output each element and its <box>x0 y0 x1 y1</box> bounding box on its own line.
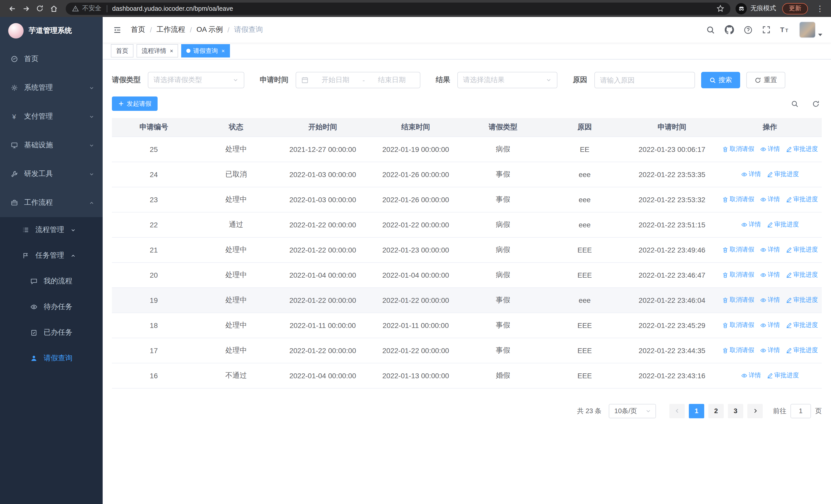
screen: 不安全 dashboard.yudao.iocoder.cn/bpm/oa/le… <box>0 0 831 504</box>
cancel-leave-link[interactable]: 取消请假 <box>722 245 754 254</box>
browser-home-button[interactable] <box>47 2 61 16</box>
reason-input[interactable] <box>600 76 689 84</box>
detail-link[interactable]: 详情 <box>741 220 761 229</box>
sidebar-item-process-management[interactable]: 流程管理 <box>0 217 103 243</box>
search-button[interactable]: 搜索 <box>701 72 740 88</box>
cancel-leave-link[interactable]: 取消请假 <box>722 145 754 153</box>
detail-link[interactable]: 详情 <box>760 270 780 279</box>
page-button-2[interactable]: 2 <box>708 404 724 418</box>
leave-table: 申请编号状态开始时间结束时间请假类型原因申请时间操作 25处理中2021-12-… <box>112 118 822 388</box>
browser-back-button[interactable] <box>5 2 19 16</box>
font-size-icon[interactable]: TT <box>780 26 790 34</box>
sidebar-item-payment[interactable]: ¥ 支付管理 <box>0 102 103 131</box>
header-search-icon[interactable] <box>706 25 715 34</box>
leave-type-select[interactable]: 请选择请假类型 <box>148 72 244 88</box>
approval-progress-link[interactable]: 审批进度 <box>767 371 799 380</box>
prev-page-button[interactable] <box>669 404 685 418</box>
table-row: 23处理中2022-01-03 00:00:002022-01-26 00:00… <box>112 187 822 212</box>
page-button-1[interactable]: 1 <box>689 404 704 418</box>
column-header: 开始时间 <box>277 118 369 137</box>
approval-progress-link[interactable]: 审批进度 <box>767 170 799 179</box>
detail-link[interactable]: 详情 <box>741 371 761 380</box>
total-count: 共 23 条 <box>577 406 601 415</box>
fullscreen-icon[interactable] <box>762 26 770 34</box>
address-bar[interactable]: 不安全 dashboard.yudao.iocoder.cn/bpm/oa/le… <box>66 2 730 14</box>
reset-button[interactable]: 重置 <box>746 72 785 88</box>
create-leave-button[interactable]: 发起请假 <box>112 96 157 111</box>
incognito-icon <box>736 3 747 14</box>
detail-link[interactable]: 详情 <box>760 346 780 355</box>
refresh-table-icon[interactable] <box>812 100 820 108</box>
sidebar-item-devtools[interactable]: 研发工具 <box>0 159 103 188</box>
table-row: 21处理中2022-01-22 00:00:002022-01-23 00:00… <box>112 237 822 262</box>
browser-update-button[interactable]: 更新 <box>782 3 808 14</box>
breadcrumb-workflow[interactable]: 工作流程 <box>156 25 185 34</box>
apply-time-range-picker[interactable]: 开始日期 - 结束日期 <box>296 72 420 88</box>
tab-leave-query[interactable]: 请假查询 × <box>181 44 230 58</box>
goto-page-input[interactable] <box>791 404 811 418</box>
user-avatar <box>799 22 815 38</box>
approval-progress-link[interactable]: 审批进度 <box>785 296 818 304</box>
bookmark-star-icon[interactable] <box>717 5 724 12</box>
approval-progress-link[interactable]: 审批进度 <box>785 195 818 204</box>
svg-text:T: T <box>780 26 784 34</box>
sidebar-item-todo-tasks[interactable]: 待办任务 <box>0 294 103 320</box>
help-icon[interactable] <box>744 25 752 34</box>
detail-link[interactable]: 详情 <box>760 321 780 329</box>
tab-process-detail[interactable]: 流程详情 × <box>137 44 178 58</box>
sidebar-item-done-tasks[interactable]: 已办任务 <box>0 320 103 346</box>
detail-link[interactable]: 详情 <box>760 296 780 304</box>
toggle-search-icon[interactable] <box>791 100 799 108</box>
approval-progress-link[interactable]: 审批进度 <box>785 245 818 254</box>
gear-icon <box>10 84 18 92</box>
detail-link[interactable]: 详情 <box>760 245 780 254</box>
close-icon[interactable]: × <box>170 48 173 54</box>
cancel-leave-link[interactable]: 取消请假 <box>722 195 754 204</box>
task-flag-icon <box>22 252 29 260</box>
page-button-3[interactable]: 3 <box>728 404 743 418</box>
user-avatar-menu[interactable] <box>799 22 823 38</box>
cancel-leave-link[interactable]: 取消请假 <box>722 296 754 304</box>
detail-link[interactable]: 详情 <box>760 145 780 153</box>
sidebar-item-home[interactable]: 首页 <box>0 45 103 73</box>
approval-progress-link[interactable]: 审批进度 <box>767 220 799 229</box>
close-icon[interactable]: × <box>222 48 225 54</box>
breadcrumb-home[interactable]: 首页 <box>131 25 145 34</box>
sidebar-item-system[interactable]: 系统管理 <box>0 73 103 102</box>
sidebar-item-my-processes[interactable]: 我的流程 <box>0 268 103 294</box>
approval-progress-link[interactable]: 审批进度 <box>785 270 818 279</box>
next-page-button[interactable] <box>747 404 763 418</box>
column-header: 请假类型 <box>462 118 543 137</box>
browser-reload-button[interactable] <box>33 2 47 16</box>
breadcrumb-current: 请假查询 <box>234 25 263 34</box>
approval-progress-link[interactable]: 审批进度 <box>785 346 818 355</box>
sidebar-item-task-management[interactable]: 任务管理 <box>0 243 103 268</box>
result-select[interactable]: 请选择流结果 <box>457 72 557 88</box>
table-row: 20处理中2022-01-04 00:00:002022-01-04 00:00… <box>112 262 822 288</box>
caret-down-icon <box>818 33 823 37</box>
detail-link[interactable]: 详情 <box>741 170 761 179</box>
sidebar: 芋道管理系统 首页 系统管理 ¥ 支付管理 基础设施 <box>0 17 103 504</box>
browser-menu-icon[interactable]: ⋮ <box>814 5 826 12</box>
infrastructure-icon <box>10 141 18 149</box>
cancel-leave-link[interactable]: 取消请假 <box>722 270 754 279</box>
tab-home[interactable]: 首页 <box>111 44 134 58</box>
sidebar-toggle-icon[interactable] <box>111 23 124 36</box>
chevron-down-icon <box>89 114 94 119</box>
app-logo[interactable]: 芋道管理系统 <box>0 17 103 45</box>
github-icon[interactable] <box>725 25 734 34</box>
cancel-leave-link[interactable]: 取消请假 <box>722 321 754 329</box>
approval-progress-link[interactable]: 审批进度 <box>785 321 818 329</box>
page-suffix: 页 <box>815 406 822 415</box>
cancel-leave-link[interactable]: 取消请假 <box>722 346 754 355</box>
sidebar-item-leave-query[interactable]: 请假查询 <box>0 346 103 371</box>
page-size-select[interactable]: 10条/页 <box>609 404 656 418</box>
chevron-up-icon <box>70 253 76 259</box>
breadcrumb-oa-example[interactable]: OA 示例 <box>197 25 223 34</box>
sidebar-item-workflow[interactable]: 工作流程 <box>0 188 103 217</box>
approval-progress-link[interactable]: 审批进度 <box>785 145 818 153</box>
sidebar-item-infrastructure[interactable]: 基础设施 <box>0 131 103 159</box>
process-list-icon <box>22 226 29 234</box>
browser-forward-button[interactable] <box>19 2 33 16</box>
detail-link[interactable]: 详情 <box>760 195 780 204</box>
